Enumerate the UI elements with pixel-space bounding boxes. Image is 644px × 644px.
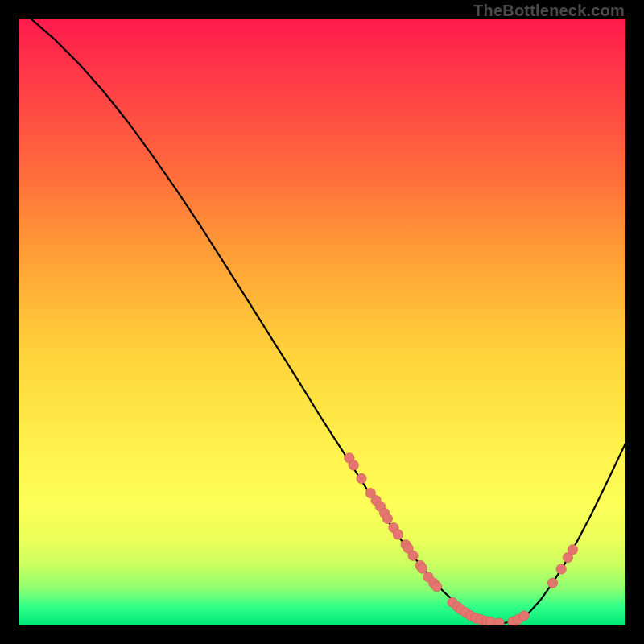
curve-marker [382, 514, 392, 523]
curve-marker [494, 618, 504, 625]
bottleneck-curve [31, 19, 625, 623]
curve-marker [349, 460, 358, 470]
chart-svg [19, 19, 625, 625]
chart-frame [19, 19, 625, 625]
curve-marker [431, 582, 441, 592]
curve-marker [519, 611, 529, 621]
curve-marker [408, 551, 418, 560]
curve-marker [393, 530, 402, 539]
watermark-text: TheBottleneck.com [473, 2, 625, 20]
curve-marker [417, 564, 427, 573]
curve-marker [568, 545, 577, 555]
curve-marker [547, 578, 557, 588]
curve-marker [357, 473, 366, 483]
curve-markers [345, 453, 578, 625]
curve-marker [556, 564, 566, 574]
